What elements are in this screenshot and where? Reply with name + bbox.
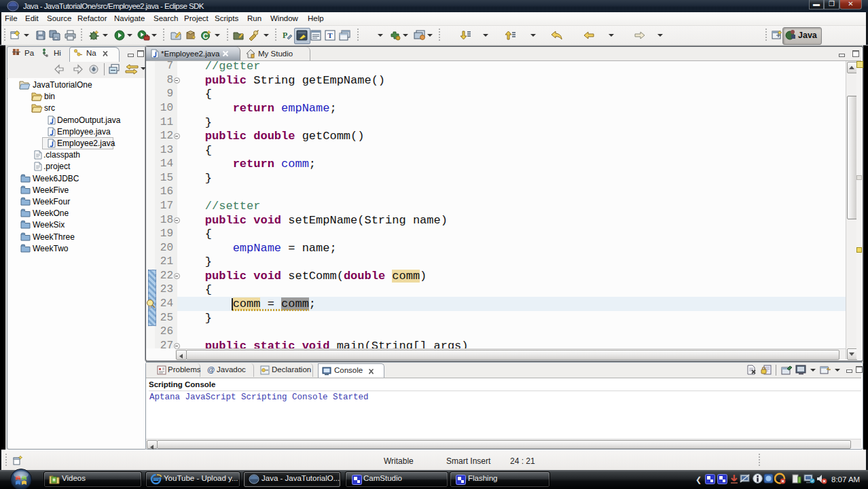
- svg-text:P: P: [283, 31, 287, 40]
- svg-text:T: T: [327, 31, 333, 39]
